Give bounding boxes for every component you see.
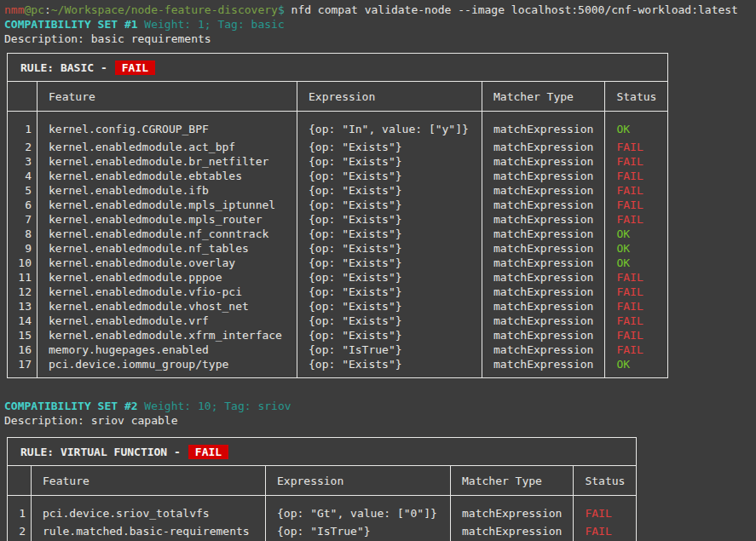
status-cell: OK [605,357,668,378]
prompt-hostname: pc [31,3,44,16]
feature-cell: kernel.enabledmodule.vhost_net [38,299,297,314]
table-row: 14kernel.enabledmodule.vrf{op: "Exists"}… [8,314,668,328]
expression-cell: {op: "Exists"} [297,169,482,183]
feature-cell: kernel.enabledmodule.nf_conntrack [38,227,297,241]
matcher-type-cell: matchExpression [482,227,605,241]
status-cell: FAIL [605,314,668,328]
matcher-type-cell: matchExpression [482,299,605,314]
matcher-type-cell: matchExpression [482,357,605,378]
table-row: 2kernel.enabledmodule.act_bpf{op: "Exist… [8,140,668,154]
matcher-type-cell: matchExpression [482,112,605,141]
row-index-cell: 14 [8,314,38,328]
row-index-cell: 10 [8,256,38,270]
row-index-cell: 5 [8,183,38,198]
set2-title: COMPATIBILITY SET #2 [4,400,138,412]
table-row: 16memory.hugepages.enabled{op: "IsTrue"}… [8,342,668,357]
status-cell: OK [605,227,668,241]
status-cell: FAIL [605,169,668,183]
prompt-dollar-sign: $ [278,3,285,16]
rule-header-row: RULE: BASIC -FAIL [8,54,668,82]
feature-cell: rule.matched.basic-requirements [32,524,266,541]
expression-cell: {op: "Exists"} [297,241,482,256]
expression-cell: {op: "Exists"} [297,183,482,198]
feature-cell: kernel.enabledmodule.nf_tables [38,241,297,256]
row-index-cell: 2 [8,140,38,154]
matcher-type-cell: matchExpression [482,198,605,212]
expression-cell: {op: "Exists"} [297,154,482,169]
prompt-line: nmm@pc:~/Workspace/node-feature-discover… [4,3,752,17]
expression-cell: {op: "Exists"} [297,299,482,314]
prompt-path: ~/Workspace/node-feature-discovery [51,3,278,16]
terminal-output: nmm@pc:~/Workspace/node-feature-discover… [0,0,756,541]
matcher-type-cell: matchExpression [482,342,605,357]
row-index-cell: 2 [8,524,32,541]
feature-cell: kernel.enabledmodule.vrf [38,314,297,328]
set1-title-line: COMPATIBILITY SET #1 Weight: 1; Tag: bas… [4,17,752,32]
feature-cell: kernel.enabledmodule.act_bpf [38,140,297,154]
status-cell: FAIL [605,299,668,314]
feature-cell: memory.hugepages.enabled [38,342,297,357]
table-row: 5kernel.enabledmodule.ifb{op: "Exists"}m… [8,183,668,198]
expression-cell: {op: "Exists"} [297,227,482,241]
status-cell: FAIL [605,154,668,169]
status-cell: FAIL [574,524,637,541]
table-row: 8kernel.enabledmodule.nf_conntrack{op: "… [8,227,668,241]
status-cell: FAIL [605,212,668,227]
set2-meta: Weight: 10; Tag: sriov [138,400,291,412]
column-header-index [8,466,32,496]
expression-cell: {op: "In", value: ["y"]} [297,112,482,141]
feature-cell: kernel.enabledmodule.overlay [38,256,297,270]
status-cell: OK [605,256,668,270]
table-row: 2rule.matched.basic-requirements{op: "Is… [8,524,637,541]
status-cell: FAIL [605,342,668,357]
row-index-cell: 8 [8,227,38,241]
status-cell: FAIL [605,183,668,198]
table-row: 13kernel.enabledmodule.vhost_net{op: "Ex… [8,299,668,314]
row-index-cell: 3 [8,154,38,169]
rule-table-basic: RULE: BASIC -FAIL Feature Expression Mat… [7,53,668,378]
feature-cell: kernel.enabledmodule.mpls_router [38,212,297,227]
rule-status-badge: FAIL [115,60,155,75]
table-row: 3kernel.enabledmodule.br_netfilter{op: "… [8,154,668,169]
table-row: 1kernel.config.CGROUP_BPF{op: "In", valu… [8,112,668,141]
prompt-colon: : [44,3,51,16]
matcher-type-cell: matchExpression [482,256,605,270]
set1-meta: Weight: 1; Tag: basic [138,18,285,31]
status-cell: OK [605,112,668,141]
expression-cell: {op: "Exists"} [297,140,482,154]
table-row: 1pci.device.sriov_totalvfs{op: "Gt", val… [8,496,637,525]
column-header-matcher-type: Matcher Type [451,466,574,496]
table-row: 7kernel.enabledmodule.mpls_router{op: "E… [8,212,668,227]
table-row: 6kernel.enabledmodule.mpls_iptunnel{op: … [8,198,668,212]
expression-cell: {op: "Exists"} [297,256,482,270]
matcher-type-cell: matchExpression [482,183,605,198]
column-header-feature: Feature [38,82,297,112]
row-index-cell: 1 [8,496,32,525]
row-index-cell: 9 [8,241,38,256]
rule-header-row: RULE: VIRTUAL FUNCTION -FAIL [8,438,637,466]
row-index-cell: 1 [8,112,38,141]
expression-cell: {op: "Exists"} [297,270,482,285]
prompt-username: nmm [4,3,24,16]
expression-cell: {op: "Exists"} [297,198,482,212]
expression-cell: {op: "Exists"} [297,314,482,328]
feature-cell: kernel.enabledmodule.ebtables [38,169,297,183]
status-cell: FAIL [605,140,668,154]
expression-cell: {op: "Exists"} [297,357,482,378]
status-cell: FAIL [605,198,668,212]
table-row: 12kernel.enabledmodule.vfio-pci{op: "Exi… [8,285,668,299]
rule-header: RULE: VIRTUAL FUNCTION -FAIL [8,438,637,466]
feature-cell: kernel.enabledmodule.mpls_iptunnel [38,198,297,212]
expression-cell: {op: "IsTrue"} [297,342,482,357]
table-row: 4kernel.enabledmodule.ebtables{op: "Exis… [8,169,668,183]
matcher-type-cell: matchExpression [451,524,574,541]
matcher-type-cell: matchExpression [482,328,605,342]
row-index-cell: 15 [8,328,38,342]
feature-cell: kernel.config.CGROUP_BPF [38,112,297,141]
status-cell: FAIL [605,285,668,299]
column-header-index [8,82,38,112]
column-header-row: Feature Expression Matcher Type Status [8,466,637,496]
feature-cell: pci.device.iommu_group/type [38,357,297,378]
feature-cell: kernel.enabledmodule.xfrm_interface [38,328,297,342]
matcher-type-cell: matchExpression [451,496,574,525]
